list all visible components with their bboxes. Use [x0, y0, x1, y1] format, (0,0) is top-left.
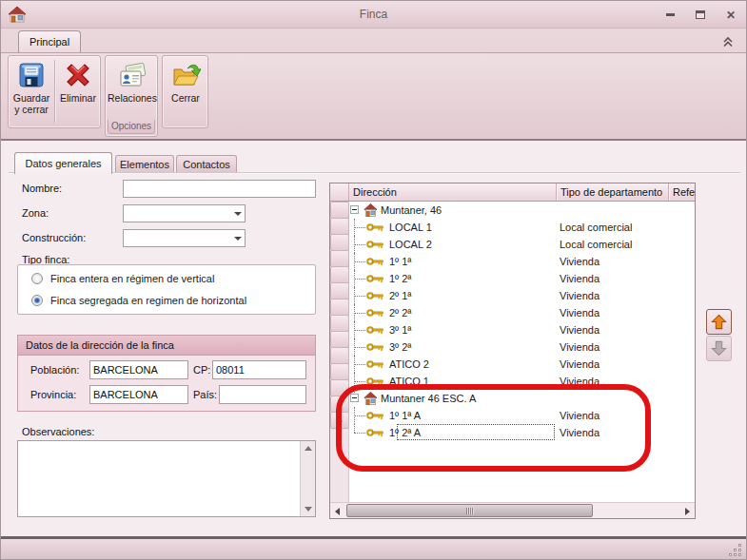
direccion-cell[interactable]: 2º 1ª	[349, 287, 556, 304]
referencia-cell[interactable]	[668, 304, 695, 321]
eliminar-button[interactable]: Eliminar	[56, 57, 100, 126]
tipo-departamento-cell[interactable]: Local comercial	[556, 219, 668, 236]
pais-input[interactable]	[219, 385, 306, 404]
minimize-button[interactable]	[662, 8, 678, 23]
referencia-cell[interactable]	[668, 287, 695, 304]
observaciones-scrollbar[interactable]	[300, 441, 315, 516]
provincia-input[interactable]	[89, 385, 188, 404]
referencia-cell[interactable]	[668, 270, 695, 287]
row-indicator-cell[interactable]	[330, 315, 349, 332]
tree-row[interactable]: 2º 1ªVivienda	[349, 287, 695, 304]
referencia-cell[interactable]	[668, 236, 695, 253]
referencia-cell[interactable]	[668, 253, 695, 270]
tipo-departamento-cell[interactable]: Vivienda	[556, 321, 668, 338]
row-indicator-cell[interactable]	[330, 234, 349, 251]
move-up-button[interactable]	[706, 309, 732, 335]
tipo-departamento-cell[interactable]	[556, 390, 668, 407]
row-indicator-cell[interactable]	[330, 299, 349, 316]
scroll-right-button[interactable]	[680, 503, 695, 519]
move-down-button[interactable]	[706, 336, 732, 361]
referencia-cell[interactable]	[668, 321, 695, 338]
direccion-cell[interactable]: 2º 2ª	[349, 304, 556, 321]
direccion-cell[interactable]: Muntaner, 46	[349, 202, 556, 219]
ribbon-tab-principal[interactable]: Principal	[18, 30, 81, 52]
construccion-combobox[interactable]	[123, 229, 246, 247]
row-indicator-cell[interactable]	[330, 266, 349, 283]
row-indicator-cell[interactable]	[330, 412, 349, 429]
row-indicator-cell[interactable]	[330, 347, 349, 364]
row-indicator-cell[interactable]	[330, 331, 349, 348]
close-button[interactable]: ✕	[723, 8, 738, 23]
tipo-departamento-cell[interactable]: Vivienda	[556, 338, 668, 356]
tree-row[interactable]: ATICO 2Vivienda	[349, 356, 695, 373]
direccion-cell[interactable]: 3º 2ª	[349, 338, 556, 356]
poblacion-input[interactable]	[89, 360, 188, 379]
tree-row[interactable]: 1º 1ª AVivienda	[349, 407, 695, 424]
grid-horizontal-scrollbar[interactable]	[330, 502, 695, 518]
tree-row[interactable]: LOCAL 2Local comercial	[349, 236, 695, 253]
cerrar-button[interactable]: Cerrar	[164, 57, 207, 126]
tipo-departamento-cell[interactable]: Vivienda	[556, 304, 668, 321]
guardar-y-cerrar-button[interactable]: Guardar y cerrar	[10, 57, 53, 126]
tab-elementos[interactable]: Elementos	[115, 155, 174, 174]
ribbon-collapse-button[interactable]	[721, 35, 735, 48]
referencia-cell[interactable]	[668, 202, 695, 219]
direccion-cell[interactable]: ATICO 1	[349, 373, 556, 390]
tipo-departamento-cell[interactable]: Vivienda	[556, 407, 668, 424]
referencia-cell[interactable]	[668, 219, 695, 236]
cp-input[interactable]	[212, 360, 306, 379]
tipo-departamento-cell[interactable]: Vivienda	[556, 270, 668, 287]
row-indicator-cell[interactable]	[330, 379, 349, 396]
direccion-cell[interactable]: 1º 2ª A	[349, 424, 556, 441]
tree-row[interactable]: Muntaner 46 ESC. A	[349, 390, 695, 407]
referencia-cell[interactable]	[668, 356, 695, 373]
tree-collapse-expander-icon[interactable]	[350, 205, 359, 214]
tipo-departamento-cell[interactable]: Vivienda	[556, 373, 668, 390]
tree-row[interactable]: 2º 2ªVivienda	[349, 304, 695, 321]
referencia-cell[interactable]	[668, 390, 695, 407]
maximize-button[interactable]	[693, 8, 708, 23]
direccion-cell[interactable]: LOCAL 1	[349, 219, 556, 236]
tipo-departamento-cell[interactable]: Vivienda	[556, 287, 668, 304]
column-header-tipo-departamento[interactable]: Tipo de departamento	[556, 183, 668, 201]
tree-row[interactable]: ATICO 1Vivienda	[349, 373, 695, 390]
tree-row[interactable]: 1º 2ªVivienda	[349, 270, 695, 287]
referencia-cell[interactable]	[668, 338, 695, 356]
direccion-cell[interactable]: 1º 2ª	[349, 270, 556, 287]
direccion-cell[interactable]: 1º 1ª	[349, 253, 556, 270]
radio-finca-segregada[interactable]: Finca segregada en regimen de horizontal	[31, 295, 246, 306]
nombre-input[interactable]	[123, 180, 316, 198]
direccion-cell[interactable]: 1º 1ª A	[349, 407, 556, 424]
tipo-departamento-cell[interactable]: Vivienda	[556, 424, 668, 441]
tipo-departamento-cell[interactable]: Local comercial	[556, 236, 668, 253]
row-indicator-cell[interactable]	[330, 218, 349, 235]
tree-row[interactable]: 1º 1ªVivienda	[349, 253, 695, 270]
relaciones-button[interactable]: Relaciones	[108, 57, 157, 126]
tree-row[interactable]: 3º 1ªVivienda	[349, 321, 695, 338]
column-header-direccion[interactable]: Dirección	[349, 183, 556, 201]
row-indicator-cell[interactable]	[330, 282, 349, 299]
scroll-left-button[interactable]	[330, 503, 344, 519]
tab-datos-generales[interactable]: Datos generales	[14, 152, 112, 174]
scrollbar-thumb[interactable]	[346, 504, 593, 517]
column-header-referencia[interactable]: Refe	[668, 183, 695, 201]
tree-row[interactable]: Muntaner, 46	[349, 202, 695, 219]
row-indicator-cell[interactable]	[330, 363, 349, 380]
row-indicator-cell[interactable]	[330, 396, 349, 413]
row-indicator-cell[interactable]	[330, 202, 349, 219]
zona-combobox[interactable]	[123, 204, 246, 222]
direccion-cell[interactable]: LOCAL 2	[349, 236, 556, 253]
observaciones-textarea[interactable]	[17, 440, 316, 517]
referencia-cell[interactable]	[668, 424, 695, 441]
radio-finca-entera[interactable]: Finca entera en régimen de vertical	[31, 273, 214, 284]
tipo-departamento-cell[interactable]: Vivienda	[556, 356, 668, 373]
tipo-departamento-cell[interactable]: Vivienda	[556, 253, 668, 270]
direccion-cell[interactable]: 3º 1ª	[349, 321, 556, 338]
row-indicator-cell[interactable]	[330, 250, 349, 267]
direccion-cell[interactable]: Muntaner 46 ESC. A	[349, 390, 556, 407]
resize-grip-icon[interactable]	[727, 542, 742, 557]
tree-row[interactable]: LOCAL 1Local comercial	[349, 219, 695, 236]
referencia-cell[interactable]	[668, 407, 695, 424]
referencia-cell[interactable]	[668, 373, 695, 390]
tree-row[interactable]: 3º 2ªVivienda	[349, 338, 695, 356]
